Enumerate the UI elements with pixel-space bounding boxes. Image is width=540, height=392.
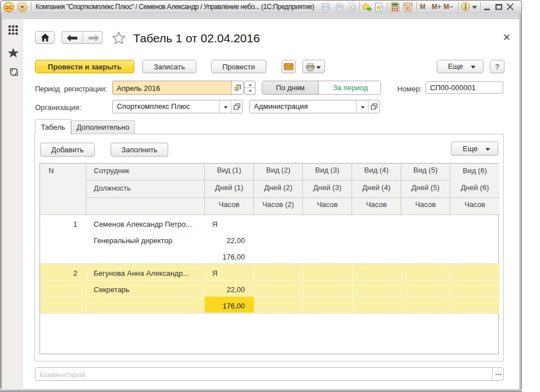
svg-text:31: 31	[405, 6, 411, 11]
svg-text:1С: 1С	[5, 4, 12, 10]
